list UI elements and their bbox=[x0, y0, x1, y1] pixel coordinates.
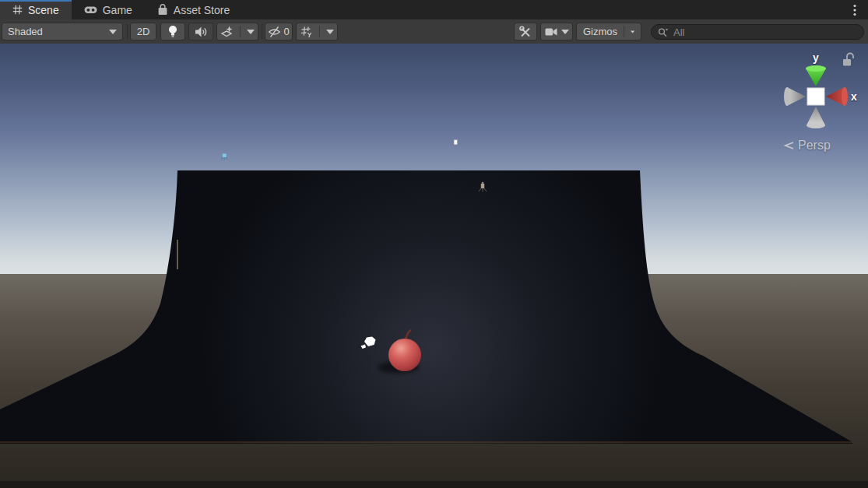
tab-asset-store[interactable]: Asset Store bbox=[145, 0, 242, 19]
2d-toggle-button[interactable]: 2D bbox=[130, 23, 156, 40]
scene-visibility-toggle[interactable]: 0 bbox=[265, 23, 293, 40]
camera-icon bbox=[545, 27, 557, 37]
scene-toolbar: Shaded 2D bbox=[0, 19, 868, 44]
effects-sparkle-icon bbox=[220, 26, 234, 38]
button-divider bbox=[319, 26, 320, 37]
view-menu-button[interactable] bbox=[848, 2, 862, 17]
lock-open-icon[interactable] bbox=[843, 54, 853, 66]
lightbulb-icon bbox=[167, 25, 178, 38]
draw-mode-dropdown[interactable]: Shaded bbox=[2, 23, 123, 40]
speaker-icon bbox=[195, 26, 207, 37]
tools-icon bbox=[519, 26, 532, 38]
button-divider bbox=[624, 26, 624, 37]
projection-label: Persp bbox=[798, 139, 831, 153]
axis-negative-y-cone[interactable] bbox=[807, 107, 825, 128]
backdrop-bottom-seam bbox=[0, 441, 852, 442]
chevron-down-icon bbox=[326, 30, 334, 34]
gamepad-icon bbox=[84, 5, 97, 15]
grid-axis-icon bbox=[300, 26, 313, 38]
studio-backdrop bbox=[0, 170, 852, 444]
draw-mode-label: Shaded bbox=[8, 26, 43, 37]
audio-toggle[interactable] bbox=[188, 23, 213, 40]
axis-x-label: x bbox=[851, 90, 857, 103]
axis-negative-x-cone[interactable] bbox=[784, 87, 806, 106]
probe-gizmo-sprite[interactable] bbox=[221, 154, 228, 160]
2d-toggle-label: 2D bbox=[137, 26, 150, 37]
projection-toggle[interactable]: Persp bbox=[784, 139, 831, 153]
shopping-bag-icon bbox=[157, 4, 168, 16]
unity-scene-view: Scene Game Asset Store bbox=[0, 0, 868, 488]
scene-geometry bbox=[0, 44, 868, 488]
toolbar-separator bbox=[127, 24, 128, 39]
gizmos-label: Gizmos bbox=[583, 26, 617, 37]
scene-grid-icon bbox=[12, 5, 23, 15]
hidden-count-label: 0 bbox=[283, 26, 289, 37]
search-input[interactable] bbox=[673, 26, 857, 38]
grid-visibility-dropdown[interactable] bbox=[296, 23, 338, 40]
tab-game-label: Game bbox=[103, 4, 132, 16]
tab-scene-label: Scene bbox=[28, 4, 59, 16]
scene-viewport[interactable]: y x Persp bbox=[0, 44, 868, 488]
axis-x-cone[interactable] bbox=[826, 87, 848, 106]
gizmos-dropdown[interactable]: Gizmos bbox=[576, 23, 641, 40]
tab-game[interactable]: Game bbox=[72, 0, 145, 19]
axis-y-label: y bbox=[813, 51, 819, 64]
toolbar-separator bbox=[262, 24, 262, 39]
scene-search-field[interactable] bbox=[651, 24, 864, 40]
small-gizmo-sprite[interactable] bbox=[454, 140, 458, 145]
tab-asset-store-label: Asset Store bbox=[174, 4, 230, 16]
axis-center-cube[interactable] bbox=[807, 88, 824, 105]
component-tools-button[interactable] bbox=[514, 23, 537, 40]
effects-dropdown[interactable] bbox=[216, 23, 258, 40]
scene-camera-dropdown[interactable] bbox=[540, 23, 573, 40]
scene-lighting-toggle[interactable] bbox=[160, 23, 185, 40]
orientation-gizmo[interactable]: y x Persp bbox=[767, 45, 868, 158]
kebab-menu-icon bbox=[853, 4, 856, 16]
tab-scene[interactable]: Scene bbox=[0, 0, 72, 19]
chevron-down-icon bbox=[109, 30, 117, 34]
eye-hidden-icon bbox=[268, 26, 281, 38]
button-divider bbox=[240, 26, 241, 37]
axis-y-cone[interactable] bbox=[806, 65, 826, 86]
backdrop-edge-highlight bbox=[177, 240, 178, 269]
search-icon bbox=[658, 27, 669, 37]
chevron-down-icon bbox=[631, 30, 634, 34]
persp-chevron-icon bbox=[784, 141, 795, 150]
view-tab-bar: Scene Game Asset Store bbox=[0, 0, 868, 19]
chevron-down-icon bbox=[561, 30, 569, 34]
chevron-down-icon bbox=[247, 30, 255, 34]
apple-body bbox=[388, 339, 421, 371]
